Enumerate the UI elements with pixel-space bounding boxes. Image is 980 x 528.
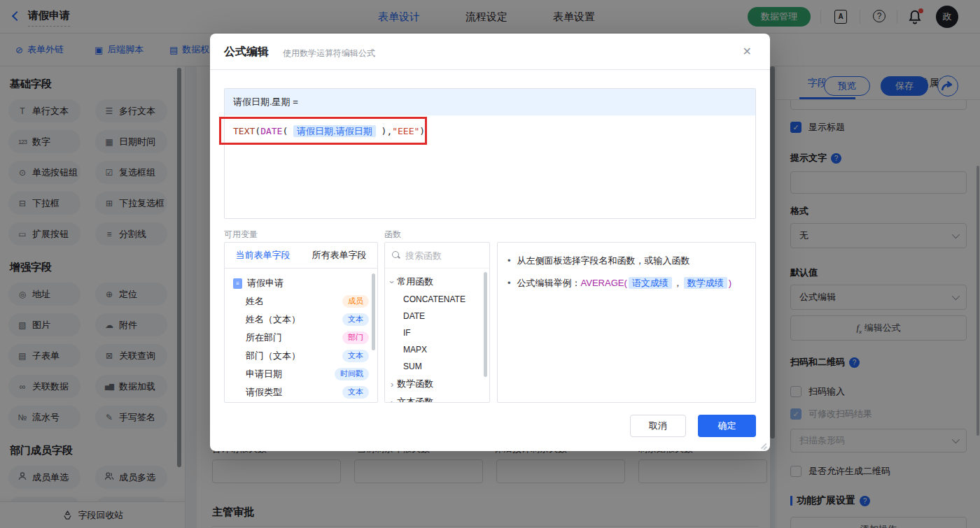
function-group-text[interactable]: › 文本函数 xyxy=(385,393,489,403)
variable-item[interactable]: 所在部门部门 xyxy=(225,329,377,347)
tab-all-form-fields[interactable]: 所有表单字段 xyxy=(301,243,377,268)
tab-current-form-fields[interactable]: 当前表单字段 xyxy=(225,243,301,268)
formula-expression: TEXT(DATE( 请假日期.请假日期 ),"EEE") xyxy=(233,125,425,138)
variable-item[interactable]: 请假类型文本 xyxy=(225,383,377,401)
caret-right-icon: › xyxy=(391,379,393,390)
functions-tree: › 常用函数 CONCATENATE DATE IF MAPX SUM › 数学… xyxy=(385,269,489,403)
formula-editor: 请假日期.星期 = TEXT(DATE( 请假日期.请假日期 ),"EEE") xyxy=(224,88,756,219)
caret-right-icon: › xyxy=(391,397,393,404)
variables-tree: ≡ 请假申请 姓名成员 姓名（文本）文本 所在部门部门 部门（文本）文本 申请日… xyxy=(225,269,377,401)
field-chip[interactable]: 请假日期.请假日期 xyxy=(293,125,376,137)
field-type-badge: 成员 xyxy=(342,295,369,307)
resize-handle[interactable] xyxy=(760,441,767,448)
variable-item[interactable]: 部门（文本）文本 xyxy=(225,347,377,365)
variables-scrollbar[interactable] xyxy=(372,273,375,350)
function-item[interactable]: IF xyxy=(385,324,489,341)
caret-down-icon: › xyxy=(387,280,398,283)
tips-panel: • 从左侧面板选择字段名和函数，或输入函数 • 公式编辑举例：AVERAGE(语… xyxy=(497,242,756,403)
bullet-icon: • xyxy=(507,254,511,268)
variables-label: 可用变量 xyxy=(224,229,258,241)
function-item[interactable]: CONCATENATE xyxy=(385,291,489,308)
function-search-input[interactable] xyxy=(405,250,482,261)
functions-scrollbar[interactable] xyxy=(484,272,487,377)
bullet-icon: • xyxy=(507,276,511,290)
function-search[interactable] xyxy=(385,243,489,269)
close-icon[interactable]: ✕ xyxy=(743,45,752,58)
variables-panel: 当前表单字段 所有表单字段 ≡ 请假申请 姓名成员 姓名（文本）文本 所在部门部… xyxy=(224,242,378,403)
function-item[interactable]: MAPX xyxy=(385,341,489,358)
tip-line: • 公式编辑举例：AVERAGE(语文成绩，数学成绩) xyxy=(507,276,746,290)
field-type-badge: 文本 xyxy=(342,313,369,325)
formula-input-area[interactable]: TEXT(DATE( 请假日期.请假日期 ),"EEE") xyxy=(225,115,755,218)
formula-edit-dialog: 公式编辑 使用数学运算符编辑公式 ✕ 请假日期.星期 = TEXT(DATE( … xyxy=(210,34,770,451)
variable-item[interactable]: 姓名成员 xyxy=(225,292,377,311)
dialog-header: 公式编辑 使用数学运算符编辑公式 ✕ xyxy=(210,34,770,70)
search-icon xyxy=(392,251,400,259)
function-item[interactable]: SUM xyxy=(385,358,489,375)
tip-line: • 从左侧面板选择字段名和函数，或输入函数 xyxy=(507,254,746,268)
app-window: 请假申请 表单设计 流程设定 表单设置 数据管理 A ? 政 ⊘ 表单外链 ▣ … xyxy=(0,0,980,528)
field-type-badge: 文本 xyxy=(342,350,369,362)
example-chip: 数学成绩 xyxy=(684,277,727,289)
variable-item[interactable]: 姓名（文本）文本 xyxy=(225,311,377,329)
variable-item[interactable]: 申请日期时间戳 xyxy=(225,365,377,383)
dialog-subtitle: 使用数学运算符编辑公式 xyxy=(283,48,375,59)
field-type-badge: 部门 xyxy=(342,331,369,343)
field-type-badge: 文本 xyxy=(342,386,369,398)
form-doc-icon: ≡ xyxy=(233,278,242,289)
confirm-button[interactable]: 确定 xyxy=(698,415,756,437)
function-item[interactable]: DATE xyxy=(385,308,489,324)
functions-label: 函数 xyxy=(384,229,401,241)
variables-tree-root[interactable]: ≡ 请假申请 xyxy=(225,274,377,292)
cancel-button[interactable]: 取消 xyxy=(630,415,686,437)
formula-target: 请假日期.星期 = xyxy=(225,89,755,115)
functions-panel: › 常用函数 CONCATENATE DATE IF MAPX SUM › 数学… xyxy=(384,242,490,403)
function-group-math[interactable]: › 数学函数 xyxy=(385,375,489,393)
example-chip: 语文成绩 xyxy=(629,277,672,289)
function-group-common[interactable]: › 常用函数 xyxy=(385,273,489,291)
dialog-title: 公式编辑 xyxy=(224,45,269,59)
field-type-badge: 时间戳 xyxy=(335,368,369,380)
